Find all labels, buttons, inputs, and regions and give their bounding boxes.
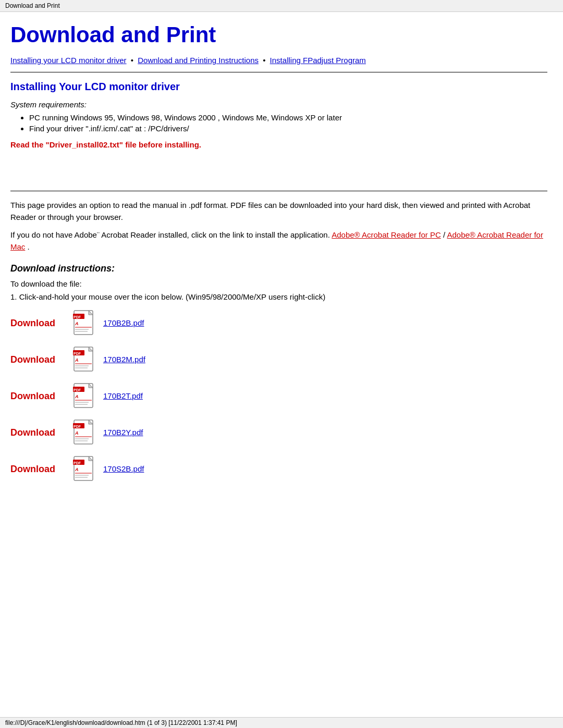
- svg-text:A: A: [75, 357, 79, 363]
- requirements-list: PC running Windows 95, Windows 98, Windo…: [29, 113, 547, 133]
- period: .: [28, 242, 30, 251]
- divider-top: [10, 72, 547, 72]
- download-row-5: Download PDF A 170S2B.pdf: [10, 455, 547, 483]
- pdf-icon-5[interactable]: PDF A: [73, 455, 98, 483]
- to-download-text: To download the file:: [10, 279, 547, 288]
- divider-middle: [10, 191, 547, 191]
- pdf-link-3[interactable]: 170B2T.pdf: [103, 391, 143, 401]
- browser-title-bar: Download and Print: [0, 0, 563, 12]
- download-row-3: Download PDF A 170B2T.pdf: [10, 382, 547, 410]
- svg-text:A: A: [75, 430, 79, 436]
- requirement-item-2: Find your driver ".inf/.icm/.cat" at : /…: [29, 124, 547, 133]
- pdf-section: This page provides an option to read the…: [10, 200, 547, 253]
- svg-text:PDF: PDF: [74, 461, 81, 465]
- pdf-icon-1[interactable]: PDF A: [73, 310, 98, 337]
- svg-text:PDF: PDF: [74, 425, 81, 428]
- warning-text: Read the "Driver_install02.txt" file bef…: [10, 140, 547, 149]
- download-label-5: Download: [10, 464, 73, 475]
- breadcrumb-link-lcd[interactable]: Installing your LCD monitor driver: [10, 56, 127, 65]
- pdf-icon-2[interactable]: PDF A: [73, 346, 98, 373]
- page-title: Download and Print: [10, 22, 547, 47]
- spacer-1: [10, 154, 547, 186]
- main-content: Download and Print Installing your LCD m…: [0, 12, 563, 502]
- pdf-intro-p1: This page provides an option to read the…: [10, 200, 547, 223]
- download-label-1: Download: [10, 318, 73, 329]
- breadcrumb-link-download[interactable]: Download and Printing Instructions: [138, 56, 259, 65]
- svg-text:A: A: [75, 467, 79, 472]
- pdf-icon-4[interactable]: PDF A: [73, 419, 98, 446]
- breadcrumb: Installing your LCD monitor driver • Dow…: [10, 56, 547, 65]
- svg-text:A: A: [75, 321, 79, 326]
- pdf-icon-3[interactable]: PDF A: [73, 382, 98, 410]
- pdf-link-5[interactable]: 170S2B.pdf: [103, 464, 144, 474]
- download-instructions-title: Download instructions:: [10, 263, 547, 274]
- svg-text:PDF: PDF: [74, 315, 81, 319]
- acrobat-links-text: If you do not have Adobe¨ Acrobat Reader…: [10, 229, 547, 253]
- svg-text:PDF: PDF: [74, 388, 81, 392]
- download-label-3: Download: [10, 391, 73, 402]
- download-row-2: Download PDF A 170B2M.pdf: [10, 346, 547, 373]
- svg-text:A: A: [75, 394, 79, 399]
- click-instruction: 1. Click-and-hold your mouse over the ic…: [10, 292, 547, 301]
- download-row-4: Download PDF A 170B2Y.pdf: [10, 419, 547, 446]
- lcd-driver-section: Installing Your LCD monitor driver Syste…: [10, 81, 547, 149]
- acrobat-pc-link[interactable]: Adobe® Acrobat Reader for PC: [332, 230, 441, 239]
- download-label-4: Download: [10, 427, 73, 438]
- browser-title-text: Download and Print: [5, 2, 60, 9]
- download-instructions-section: Download instructions: To download the f…: [10, 263, 547, 483]
- requirement-item-1: PC running Windows 95, Windows 98, Windo…: [29, 113, 547, 122]
- acrobat-intro-text: If you do not have Adobe¨ Acrobat Reader…: [10, 230, 330, 239]
- download-label-2: Download: [10, 354, 73, 365]
- breadcrumb-separator-2: •: [263, 56, 265, 65]
- svg-text:PDF: PDF: [74, 352, 81, 355]
- download-row-1: Download PDF A 170B2B.pdf: [10, 310, 547, 337]
- breadcrumb-separator-1: •: [131, 56, 133, 65]
- system-req-label: System requirements:: [10, 100, 547, 109]
- breadcrumb-link-fpadjust[interactable]: Installing FPadjust Program: [270, 56, 366, 65]
- pdf-link-1[interactable]: 170B2B.pdf: [103, 318, 144, 328]
- pdf-link-4[interactable]: 170B2Y.pdf: [103, 428, 143, 437]
- lcd-section-title: Installing Your LCD monitor driver: [10, 81, 547, 93]
- pdf-link-2[interactable]: 170B2M.pdf: [103, 355, 145, 364]
